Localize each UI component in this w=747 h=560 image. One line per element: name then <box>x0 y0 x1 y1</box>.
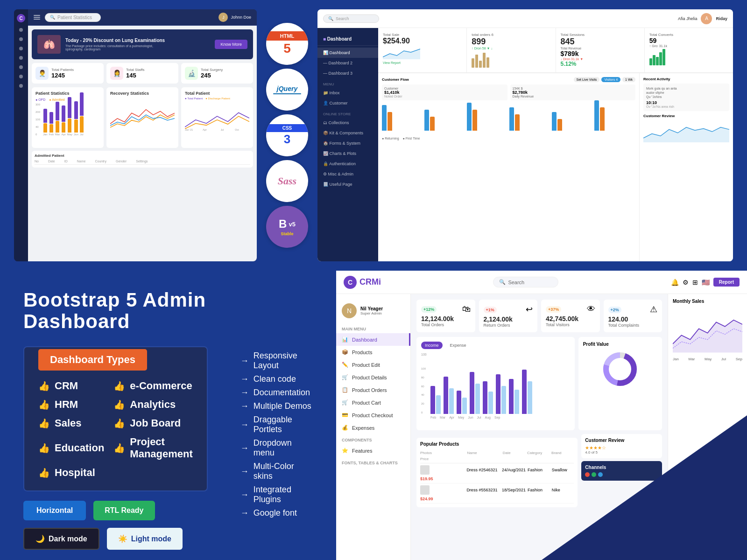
svg-text:Oct: Oct <box>235 128 239 131</box>
monthly-sales-header: Monthly Sales <box>673 299 742 304</box>
stat-patients: 👨‍⚕️ Total Patients 1245 <box>32 63 104 84</box>
feature-multicolor: → Multi-Color skins <box>240 462 313 481</box>
know-more-button[interactable]: Know More <box>215 40 247 49</box>
stat-staffs: 👩‍⚕️ Total Staffs 145 <box>106 63 178 84</box>
visitors-badge: +37% <box>546 306 561 313</box>
visitors-icon: 👁 <box>587 304 595 314</box>
arrow-icon: → <box>240 356 249 366</box>
crm-search[interactable]: 🔍 Search <box>493 277 558 287</box>
settings-icon[interactable]: ⚙ <box>683 279 689 286</box>
dashboard-icon: 📊 <box>342 336 348 343</box>
sidebar-item-products[interactable]: 📦 Products <box>336 346 410 358</box>
bottom-section: Bootstrap 5 Admin Dashboard Dashboard Ty… <box>0 271 747 560</box>
popular-products-header: Popular Products <box>420 441 574 447</box>
sidebar-section-fonts: Fonts, Tables & Charts <box>336 457 410 467</box>
crm-logo: C CRMi <box>344 276 381 289</box>
orders-icon: 🛍 <box>462 304 471 314</box>
visitors-value: 42,745.00k <box>546 315 595 322</box>
crm-chart-row: Income Expense 100 100806040200 <box>416 337 662 430</box>
sidebar-item-product-cart[interactable]: 🛒 Product Cart <box>336 396 410 409</box>
sass-badge: Sass <box>266 160 308 202</box>
svg-text:Apr: Apr <box>203 128 207 131</box>
visitors-label: Total Visitors <box>546 322 595 327</box>
report-button[interactable]: Report <box>713 278 740 287</box>
arrow-icon: → <box>240 420 249 430</box>
total-patient-chart: Total Patient ● Total Patient ● Discharg… <box>181 87 253 148</box>
sun-icon: ☀️ <box>118 534 127 543</box>
arrow-icon: → <box>240 401 249 411</box>
bottom-buttons: Horizontal RTL Ready 🌙 Dark mode ☀️ Ligh… <box>23 501 208 550</box>
complaints-badge: +2% <box>608 307 621 313</box>
income-expense-chart: Income Expense 100 100806040200 <box>416 337 575 430</box>
sidebar-item-product-details[interactable]: 🛒 Product Details <box>336 371 410 384</box>
tech-badges: HTML 5 jQuery CSS 3 Sass B v5 Stable <box>266 23 308 248</box>
dashboard-types-box: Dashboard Types 👍 CRM 👍 e-Commerce 👍 <box>23 346 208 491</box>
return-label: Return Orders <box>484 323 533 328</box>
left-dashboard-screenshot: C 🔍 Pati <box>14 9 257 261</box>
feature-responsive: → Responsive Layout <box>240 351 313 371</box>
user-avatar: N <box>342 303 357 318</box>
banner-title: Today - 20% Discount on Lung Examination… <box>65 38 165 43</box>
user-name: Nil Yeager <box>360 306 383 311</box>
features-icon: ⭐ <box>342 448 348 454</box>
arrow-icon: → <box>240 374 249 384</box>
expense-tab[interactable]: Expense <box>446 342 470 349</box>
horizontal-button[interactable]: Horizontal <box>23 501 86 520</box>
top-section: C 🔍 Pati <box>0 0 747 271</box>
sidebar-item-product-orders[interactable]: 📋 Product Orders <box>336 384 410 396</box>
feature-documentation: → Documentation <box>240 388 313 398</box>
recovery-stats-chart: Recovery Statistics <box>106 87 178 148</box>
table-header: Photos Name Date Category Brand Price <box>420 449 574 463</box>
total-sessions-value: 845 <box>561 37 640 47</box>
moon-icon: 🌙 <box>35 534 45 543</box>
right-dashboard-screenshot: 🔍 Search Afia Jhelia A Riday ■ Dashboard… <box>317 9 733 261</box>
return-value: 2,124.00k <box>484 315 533 323</box>
html5-badge: HTML 5 <box>266 23 308 65</box>
dashboard-type-jobboard: 👍 Job Board <box>113 417 192 429</box>
sidebar-section-components: Components <box>336 434 410 444</box>
search-placeholder-left: Patient Statistics <box>57 15 92 20</box>
feature-plugins: → Integrated Plugins <box>240 485 313 504</box>
dark-mode-button[interactable]: 🌙 Dark mode <box>23 528 99 550</box>
orders-label: Total Orders <box>421 322 471 327</box>
sidebar-item-product-edit[interactable]: ✏️ Product Edit <box>336 358 410 371</box>
complaints-icon: ⚠ <box>650 304 657 315</box>
grid-icon[interactable]: ⊞ <box>692 279 698 286</box>
sidebar-item-expenses[interactable]: 💰 Expenses <box>336 421 410 434</box>
feature-clean-code: → Clean code <box>240 374 313 384</box>
bootstrap-badge: B v5 Stable <box>266 206 308 248</box>
arrow-icon: → <box>240 490 249 500</box>
profit-value-card: Profit Value <box>578 337 662 430</box>
feature-draggable: → Draggable Portlets <box>240 415 313 434</box>
stat-surgery: 🔬 Total Surgery 245 <box>181 63 253 84</box>
orders-badge: +12% <box>421 306 437 313</box>
notification-icon[interactable]: 🔔 <box>671 279 679 286</box>
svg-marker-11 <box>673 320 742 353</box>
css3-badge: CSS 3 <box>266 114 308 156</box>
complaints-label: Total Complaints <box>608 323 658 328</box>
sidebar-item-features[interactable]: ⭐ Features <box>336 444 410 457</box>
dashboard-type-crm: 👍 CRM <box>38 380 104 392</box>
crm-sidebar: N Nil Yeager Super Admin Main Menu 📊 Das… <box>336 294 411 560</box>
expenses-icon: 💰 <box>342 425 348 431</box>
orders-value: 12,124.00k <box>421 315 471 322</box>
arrow-icon: → <box>240 508 249 518</box>
svg-text:Jul: Jul <box>221 128 224 131</box>
income-tab[interactable]: Income <box>421 342 443 349</box>
stat-total-orders: +12% 🛍 12,124.00k Total Orders <box>416 300 475 332</box>
total-orders-value: 899 <box>472 37 550 47</box>
rtl-ready-button[interactable]: RTL Ready <box>93 501 155 520</box>
arrow-icon: → <box>240 467 249 476</box>
crm-logo-text: CRMi <box>359 277 381 287</box>
light-mode-button[interactable]: ☀️ Light mode <box>107 528 183 550</box>
dashboard-type-hrm: 👍 HRM <box>38 399 104 411</box>
bottom-left: Bootstrap 5 Admin Dashboard Dashboard Ty… <box>0 271 336 560</box>
stat-return-orders: +1% ↩ 2,124.00k Return Orders <box>479 300 538 332</box>
sidebar-item-checkout[interactable]: 💳 Product Checkout <box>336 409 410 421</box>
left-sidebar: C <box>14 9 28 261</box>
banner-desc: The Package price includes: consultation… <box>65 44 159 51</box>
dashboard-type-analytics: 👍 Analytics <box>113 399 192 411</box>
svg-text:Jan '21: Jan '21 <box>185 128 193 131</box>
star-rating: ★★★★☆ <box>585 445 658 450</box>
sidebar-item-dashboard[interactable]: 📊 Dashboard <box>336 333 410 346</box>
